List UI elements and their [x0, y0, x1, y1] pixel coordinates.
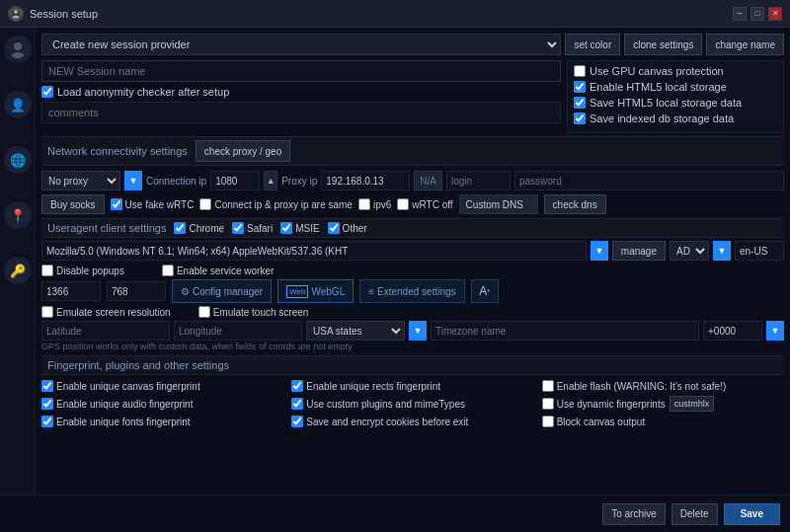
height-input[interactable]	[107, 281, 166, 301]
clone-settings-button[interactable]: clone settings	[624, 34, 702, 55]
check-proxy-button[interactable]: check proxy / geo	[196, 140, 290, 162]
extended-settings-button[interactable]: ≡ Extended settings	[359, 279, 464, 303]
usa-states-select[interactable]: USA states	[306, 321, 405, 341]
gpu-canvas-checkbox[interactable]	[574, 65, 586, 77]
emulate-screen-checkbox[interactable]	[41, 306, 53, 318]
connection-ip-input[interactable]	[210, 171, 260, 190]
html5-storage-checkbox[interactable]	[574, 81, 586, 93]
window-controls[interactable]: ─ □ ✕	[733, 7, 782, 21]
change-name-button[interactable]: change name	[706, 34, 784, 55]
dynamic-fp-checkbox[interactable]	[542, 398, 554, 410]
audio-fp-label[interactable]: Enable unique audio fingerprint	[41, 396, 283, 412]
custom-plugins-label[interactable]: Use custom plugins and mimeTypes	[291, 396, 533, 412]
comments-input[interactable]	[41, 102, 561, 123]
timezone-name-input[interactable]	[431, 321, 699, 341]
to-archive-button[interactable]: To archive	[602, 503, 666, 525]
close-button[interactable]: ✕	[768, 7, 782, 21]
custmhlx-button[interactable]: custmhlx	[670, 396, 715, 412]
rects-fp-label[interactable]: Enable unique rects fingerprint	[291, 380, 533, 392]
save-html5-checkbox[interactable]	[574, 97, 586, 109]
wrtc-off-label[interactable]: wRTC off	[397, 198, 452, 210]
webgl-icon: Web	[286, 285, 308, 298]
font-button[interactable]: A*	[471, 279, 499, 303]
save-button[interactable]: Save	[724, 503, 780, 525]
width-input[interactable]	[41, 281, 101, 301]
disable-popups-checkbox[interactable]	[41, 265, 53, 276]
session-provider-select[interactable]: Create new session provider	[41, 34, 561, 55]
useragent-row: ▼ manage AD ▼	[41, 241, 784, 261]
custom-dns-input[interactable]	[459, 194, 538, 214]
check-dns-button[interactable]: check dns	[544, 194, 606, 214]
chrome-label[interactable]: Chrome	[174, 222, 224, 234]
msie-checkbox[interactable]	[280, 222, 292, 234]
proxy-type-dropdown[interactable]: ▼	[124, 171, 142, 190]
dynamic-fp-label[interactable]: Use dynamic fingerprints	[542, 398, 666, 410]
safari-checkbox[interactable]	[232, 222, 244, 234]
load-anonymity-checkbox[interactable]	[41, 86, 53, 98]
connect-same-checkbox[interactable]	[199, 198, 211, 210]
ad-dropdown[interactable]: ▼	[713, 241, 731, 261]
ipv6-label[interactable]: ipv6	[358, 198, 391, 210]
ua-dropdown[interactable]: ▼	[591, 241, 608, 261]
audio-fp-checkbox[interactable]	[41, 398, 53, 410]
block-canvas-checkbox[interactable]	[542, 416, 554, 427]
fake-wrtc-checkbox[interactable]	[111, 198, 122, 210]
delete-button[interactable]: Delete	[672, 503, 718, 525]
longitude-input[interactable]	[174, 321, 302, 341]
fonts-fp-checkbox[interactable]	[41, 416, 53, 427]
bottom-bar: To archive Delete Save	[0, 494, 790, 532]
emulate-touch-checkbox[interactable]	[198, 306, 210, 318]
port-stepper[interactable]: ▲	[264, 171, 277, 190]
service-worker-checkbox[interactable]	[162, 265, 174, 276]
ipv6-checkbox[interactable]	[358, 198, 370, 210]
network-main-row: No proxy ▼ Connection ip ▲ Proxy ip N/A	[41, 171, 784, 190]
other-checkbox[interactable]	[328, 222, 340, 234]
disable-popups-label[interactable]: Disable popups	[41, 265, 124, 276]
block-canvas-label[interactable]: Block canvas output	[542, 416, 784, 427]
indexed-db-checkbox[interactable]	[574, 113, 586, 124]
latitude-input[interactable]	[41, 321, 170, 341]
maximize-button[interactable]: □	[750, 7, 764, 21]
other-label[interactable]: Other	[328, 222, 367, 234]
custom-plugins-checkbox[interactable]	[291, 398, 303, 410]
msie-label[interactable]: MSIE	[280, 222, 319, 234]
flash-checkbox[interactable]	[542, 380, 554, 392]
buy-socks-button[interactable]: Buy socks	[41, 194, 105, 214]
gps-note: GPS position works only with custom data…	[41, 342, 784, 351]
timezone-dropdown[interactable]: ▼	[766, 321, 784, 341]
config-manager-button[interactable]: ⚙ Config manager	[172, 279, 272, 303]
set-color-button[interactable]: set color	[565, 34, 620, 55]
timezone-value-input[interactable]	[703, 321, 762, 341]
save-cookies-checkbox[interactable]	[291, 416, 303, 427]
save-cookies-label[interactable]: Save and encrypt cookies before exit	[291, 416, 533, 427]
proxy-type-select[interactable]: No proxy	[41, 171, 120, 190]
service-worker-label[interactable]: Enable service worker	[162, 265, 274, 276]
minimize-button[interactable]: ─	[733, 7, 747, 21]
usa-states-dropdown[interactable]: ▼	[409, 321, 427, 341]
emulate-touch-label[interactable]: Emulate touch screen	[198, 306, 309, 318]
webgl-button[interactable]: Web WebGL	[277, 279, 354, 303]
canvas-fp-label[interactable]: Enable unique canvas fingerprint	[41, 380, 283, 392]
login-input[interactable]	[446, 171, 511, 190]
safari-label[interactable]: Safari	[232, 222, 273, 234]
proxy-ip-input[interactable]	[321, 171, 410, 190]
fake-wrtc-label[interactable]: Use fake wRTC	[111, 198, 195, 210]
manage-ua-button[interactable]: manage	[612, 241, 666, 261]
rects-fp-checkbox[interactable]	[291, 380, 303, 392]
emulate-screen-label[interactable]: Emulate screen resolution	[41, 306, 171, 318]
load-anonymity-label[interactable]: Load anonymity checker after setup	[41, 86, 561, 98]
svg-point-4	[12, 52, 24, 58]
lang-input[interactable]	[735, 241, 784, 261]
useragent-input[interactable]	[41, 241, 587, 261]
svg-point-2	[13, 15, 19, 18]
flash-label[interactable]: Enable flash (WARNING: It's not safe!)	[542, 380, 784, 392]
browser-icon: 🌐	[4, 146, 32, 174]
ad-select[interactable]: AD	[670, 241, 709, 261]
password-input[interactable]	[514, 171, 784, 190]
session-name-input[interactable]	[41, 60, 561, 82]
fonts-fp-label[interactable]: Enable unique fonts fingerprint	[41, 416, 283, 427]
wrtc-off-checkbox[interactable]	[397, 198, 409, 210]
connect-same-label[interactable]: Connect ip & proxy ip are same	[199, 198, 353, 210]
canvas-fp-checkbox[interactable]	[41, 380, 53, 392]
chrome-checkbox[interactable]	[174, 222, 186, 234]
